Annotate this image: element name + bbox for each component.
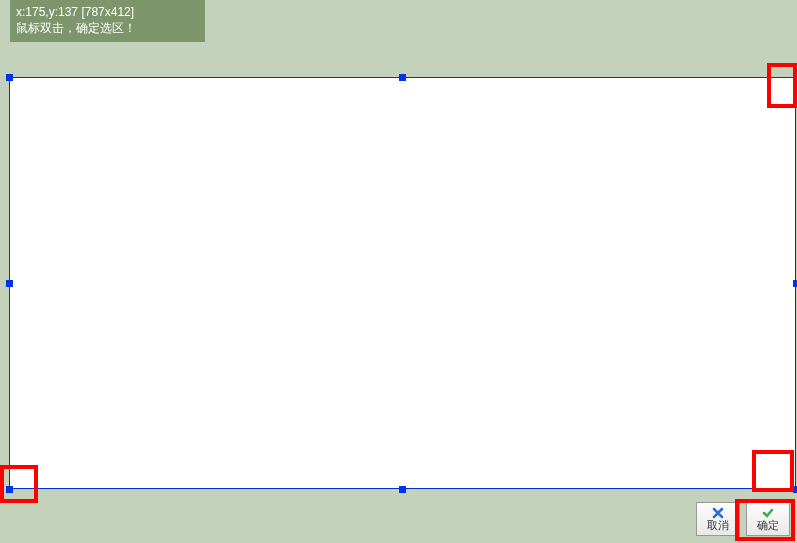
highlight-box [767, 63, 797, 108]
handle-top-left[interactable] [6, 74, 13, 81]
cancel-label: 取消 [707, 519, 729, 532]
close-icon [712, 507, 724, 519]
highlight-box [735, 499, 795, 541]
handle-bottom-center[interactable] [399, 486, 406, 493]
selection-region[interactable] [9, 77, 796, 489]
handle-top-center[interactable] [399, 74, 406, 81]
tooltip-coords: x:175,y:137 [787x412] [16, 4, 199, 20]
highlight-box [752, 450, 794, 492]
cancel-button[interactable]: 取消 [696, 502, 740, 536]
handle-middle-right[interactable] [793, 280, 798, 287]
selection-tooltip: x:175,y:137 [787x412] 鼠标双击，确定选区！ [10, 0, 205, 42]
tooltip-hint: 鼠标双击，确定选区！ [16, 20, 199, 36]
handle-middle-left[interactable] [6, 280, 13, 287]
highlight-box [0, 465, 38, 503]
